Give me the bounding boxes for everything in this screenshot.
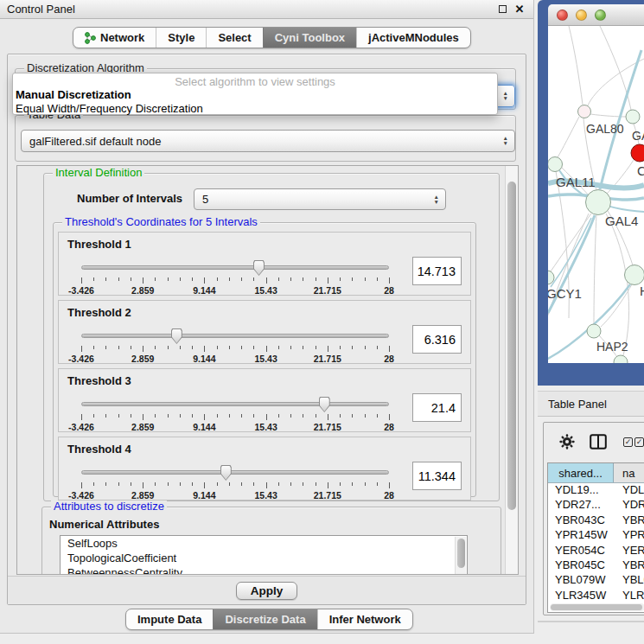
dropdown-option[interactable]: Equal Width/Frequency Discretization [13,102,497,116]
mode-tab-discretize-data[interactable]: Discretize Data [213,609,316,629]
slider-track[interactable] [81,402,389,406]
threshold-value-field[interactable] [412,325,462,354]
table-panel-footer-divider [538,621,644,622]
network-view-window: GAL80GACGAL11GAL4GCY1HHAP2 [538,0,644,386]
checked-box-icon: ✓ [634,437,644,447]
numerical-attributes-list[interactable]: SelfLoopsTopologicalCoefficientBetweenne… [60,535,468,575]
float-window-button[interactable] [495,3,509,16]
table-data-combobox[interactable]: galFiltered.sif default node ▲▼ [21,130,515,152]
tab-style[interactable]: Style [156,28,206,48]
table-row[interactable]: YBR045CYBR04 [548,558,644,573]
threshold-value-field[interactable] [412,462,462,490]
network-window-titlebar [548,4,644,26]
zoom-traffic-light-icon[interactable] [595,10,606,21]
table-row[interactable]: YER054CYER05 [548,544,644,558]
table-horizontal-scrollbar[interactable] [550,603,644,611]
tab-network[interactable]: Network [73,28,156,48]
tick-label: 15.43 [254,422,277,432]
checked-box-icon: ✓ [623,437,633,447]
tick-label: 15.43 [254,354,277,364]
network-node[interactable] [614,355,628,363]
table-row[interactable]: YBL079WYBL07 [548,573,644,588]
split-panel-icon[interactable] [590,434,607,450]
tab-jactivemnodules[interactable]: jActiveMNodules [356,28,470,48]
column-header-shared-name[interactable]: shared... [548,463,614,482]
tab-label: Infer Network [329,613,401,626]
threshold-label: Threshold 2 [67,306,131,319]
node-label: GAL80 [586,122,624,136]
mode-tab-impute-data[interactable]: Impute Data [126,609,213,629]
threshold-slider[interactable]: -3.4262.8599.14415.4321.71528 [81,328,389,363]
slider-handle[interactable] [253,260,265,276]
tab-label: Network [100,31,144,44]
settings-gear-icon[interactable] [559,434,575,450]
tab-label: Style [168,31,194,44]
minimize-traffic-light-icon[interactable] [576,10,587,21]
tab-select[interactable]: Select [206,28,262,48]
dropdown-option[interactable]: Manual Discretization [13,88,497,102]
algorithm-dropdown-list: Manual DiscretizationEqual Width/Frequen… [13,88,497,115]
slider-handle[interactable] [220,465,232,481]
cyni-toolbox-pane: Discretization Algorithm ▲▼ Table Data g… [7,54,526,605]
network-node-gal11[interactable] [548,157,563,172]
cell-shared-name: YDL19... [548,483,614,498]
table-row[interactable]: YBR043CYBR04 [548,513,644,528]
node-attribute-table[interactable]: shared... na YDL19...YDL19YDR27...YDR27Y… [547,462,644,613]
threshold-panel: Threshold 2 -3.4262.8599.14415.4321.7152… [58,300,471,364]
thresholds-group-title: Threshold's Coordinates for 5 Intervals [62,216,260,228]
close-traffic-light-icon[interactable] [557,10,568,21]
table-row[interactable]: YLR345WYLR34 [548,589,644,603]
scrollbar-thumb[interactable] [457,539,465,568]
combo-stepper-icon: ▲▼ [503,136,508,146]
tab-cyni-toolbox[interactable]: Cyni Toolbox [263,28,356,48]
apply-button[interactable]: Apply [236,582,298,600]
table-data-group: Table Data galFiltered.sif default node … [15,115,516,162]
num-intervals-combobox[interactable]: 5 ▲▼ [194,188,446,210]
attributes-list-scrollbar[interactable] [455,537,466,575]
column-visibility-icons[interactable]: ✓ ✓ [622,437,644,447]
threshold-slider[interactable]: -3.4262.8599.14415.4321.71528 [81,397,389,431]
mode-tab-infer-network[interactable]: Infer Network [317,609,412,629]
network-edge [551,218,591,287]
cell-name: YBR04 [614,513,644,528]
node-label: GAL4 [605,214,638,228]
network-canvas[interactable]: GAL80GACGAL11GAL4GCY1HHAP2 [548,26,644,363]
slider-handle[interactable] [171,328,182,344]
float-icon [499,5,507,13]
settings-vertical-scrollbar[interactable] [505,166,518,574]
table-row[interactable]: YPR145WYPR14 [548,528,644,543]
attribute-list-item[interactable]: SelfLoops [61,536,467,551]
attribute-list-item[interactable]: BetweennessCentrality [61,565,467,575]
network-node-ga[interactable] [626,110,640,124]
tick-label: 28 [384,285,394,296]
slider-ticks [81,482,389,489]
slider-track[interactable] [81,265,389,270]
num-intervals-label: Number of Intervals [77,192,182,205]
slider-ticks [81,414,389,421]
close-panel-button[interactable]: ✕ [513,3,526,16]
threshold-slider[interactable]: -3.4262.8599.14415.4321.71528 [81,260,389,295]
network-node-c[interactable] [631,144,644,162]
threshold-value-field[interactable] [412,393,462,422]
tab-label: Cyni Toolbox [275,31,345,44]
attribute-list-item[interactable]: TopologicalCoefficient [61,551,467,565]
network-node-h[interactable] [625,265,644,285]
network-node-gal80[interactable] [578,105,591,118]
threshold-slider[interactable]: -3.4262.8599.14415.4321.71528 [81,465,389,500]
control-panel: Control Panel ✕ NetworkStyleSelectCyni T… [0,0,534,634]
table-row[interactable]: YDR27...YDR27 [548,498,644,513]
column-header-name[interactable]: na [614,463,644,482]
slider-handle[interactable] [319,397,330,412]
threshold-value-field[interactable] [412,257,462,285]
slider-track[interactable] [81,470,389,475]
scrollbar-thumb[interactable] [551,604,642,610]
network-node-hap2[interactable] [587,324,601,338]
slider-track[interactable] [81,334,389,338]
scrollbar-thumb[interactable] [507,182,516,510]
network-node-gal4[interactable] [586,190,611,215]
cell-name: YLR34 [614,589,644,603]
threshold-panel: Threshold 1 -3.4262.8599.14415.4321.7152… [58,232,471,296]
dropdown-placeholder: Select algorithm to view settings [13,75,497,88]
cell-name: YBL07 [614,573,644,588]
table-row[interactable]: YDL19...YDL19 [548,483,644,498]
